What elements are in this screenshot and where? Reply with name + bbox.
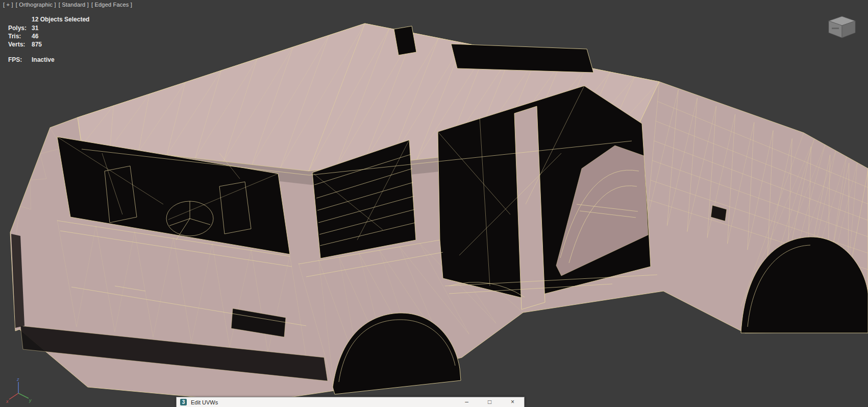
viewport-menu-general[interactable]: [ + ] xyxy=(3,2,13,8)
stat-row-verts: Verts: 875 xyxy=(8,40,89,49)
edit-uvws-window-titlebar[interactable]: 3 Edit UVWs – □ × xyxy=(176,397,525,407)
stat-row-fps: FPS: Inactive xyxy=(8,56,89,64)
window-title: Edit UVWs xyxy=(191,399,455,405)
stat-row-polys: Polys: 31 xyxy=(8,24,89,32)
stat-value: 875 xyxy=(32,40,42,49)
selection-count: 12 Objects Selected xyxy=(8,15,89,23)
car-model[interactable] xyxy=(10,23,868,402)
stat-label: Polys: xyxy=(8,24,32,32)
fps-value: Inactive xyxy=(32,56,55,64)
3ds-max-app-icon: 3 xyxy=(180,399,187,405)
viewport-3d-scene xyxy=(0,0,868,407)
minimize-button[interactable]: – xyxy=(455,397,478,407)
axis-x-line xyxy=(9,393,18,399)
fps-label: FPS: xyxy=(8,56,32,64)
axis-x-label: x xyxy=(6,399,9,404)
stat-value: 31 xyxy=(32,24,38,32)
stat-label: Verts: xyxy=(8,40,32,49)
sunroof-opening xyxy=(451,44,593,73)
stat-label: Tris: xyxy=(8,32,32,40)
axis-z-label: z xyxy=(16,377,19,382)
axis-y-line xyxy=(18,393,29,398)
statistics-overlay: 12 Objects Selected Polys: 31 Tris: 46 V… xyxy=(8,15,89,64)
stat-row-tris: Tris: 46 xyxy=(8,32,89,40)
viewport-menu-edged-faces[interactable]: [ Edged Faces ] xyxy=(91,2,132,8)
stat-value: 46 xyxy=(32,32,38,40)
viewcube-face-text xyxy=(832,28,839,29)
axis-y-label: y xyxy=(29,398,32,403)
viewport-menu-shading[interactable]: [ Standard ] xyxy=(59,2,89,8)
maximize-button[interactable]: □ xyxy=(478,397,501,407)
viewport-menu-pov[interactable]: [ Orthographic ] xyxy=(16,2,56,8)
viewport-label: [ + ] [ Orthographic ] [ Standard ] [ Ed… xyxy=(3,2,132,8)
viewcube[interactable] xyxy=(824,12,860,43)
close-button[interactable]: × xyxy=(501,397,524,407)
world-axis-gizmo: x y z xyxy=(5,376,34,404)
3d-viewport[interactable]: [ + ] [ Orthographic ] [ Standard ] [ Ed… xyxy=(0,0,868,407)
